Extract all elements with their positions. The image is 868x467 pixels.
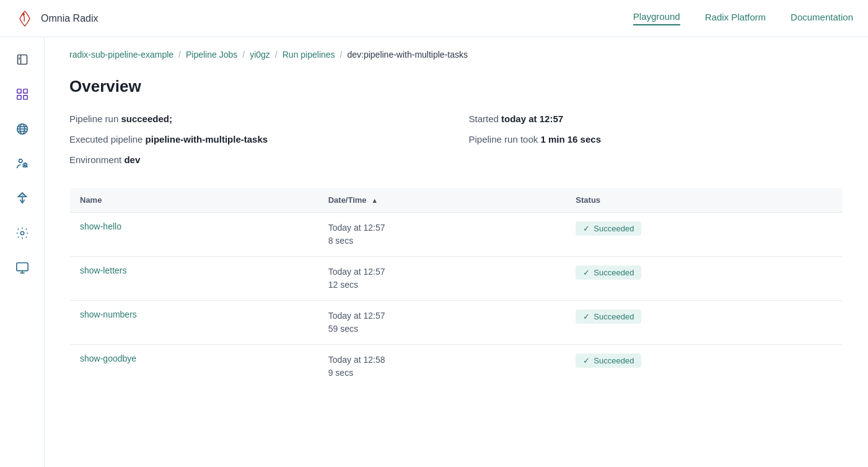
col-name: Name — [70, 188, 318, 213]
breadcrumb-sep-3: / — [275, 50, 278, 60]
pipeline-status-row: Pipeline run succeeded; — [69, 111, 444, 127]
table-row: show-numbers Today at 12:5759 secs ✓ Suc… — [70, 301, 843, 345]
environment-row: Environment dev — [69, 152, 444, 167]
table-row: show-hello Today at 12:578 secs ✓ Succee… — [70, 213, 843, 257]
status-badge-3: ✓ Succeeded — [576, 354, 641, 368]
status-badge-0: ✓ Succeeded — [576, 221, 641, 236]
status-badge-1: ✓ Succeeded — [576, 265, 641, 280]
pipeline-status-value: succeeded; — [121, 113, 172, 124]
main-content: radix-sub-pipeline-example / Pipeline Jo… — [45, 37, 868, 467]
breadcrumb-sep-2: / — [242, 50, 245, 60]
col-status: Status — [566, 188, 843, 213]
status-badge-2: ✓ Succeeded — [576, 309, 641, 324]
executed-value: pipeline-with-multiple-tasks — [146, 134, 268, 145]
job-link-2[interactable]: show-numbers — [80, 309, 137, 319]
status-text-2: Succeeded — [594, 312, 634, 321]
main-nav: Playground Radix Platform Documentation — [633, 11, 853, 25]
cell-status-3: ✓ Succeeded — [566, 345, 843, 389]
duration-value: 1 min 16 secs — [540, 134, 601, 145]
table-row: show-letters Today at 12:5712 secs ✓ Suc… — [70, 257, 843, 301]
started-prefix: Started — [469, 113, 499, 124]
env-prefix: Environment — [69, 154, 121, 165]
cell-status-0: ✓ Succeeded — [566, 213, 843, 257]
svg-rect-4 — [23, 89, 27, 93]
check-icon-2: ✓ — [583, 312, 590, 321]
breadcrumb-pipeline-jobs[interactable]: Pipeline Jobs — [186, 50, 237, 60]
started-row: Started today at 12:57 — [469, 111, 844, 127]
pipeline-status-prefix: Pipeline run — [69, 113, 118, 124]
status-text-1: Succeeded — [594, 268, 634, 277]
globe-icon[interactable] — [10, 117, 35, 141]
pipeline-table: Name Date/Time ▲ Status show-hello Today… — [69, 187, 843, 389]
job-link-1[interactable]: show-letters — [80, 265, 126, 275]
logo-icon — [15, 9, 35, 29]
breadcrumb-run-id[interactable]: yi0gz — [250, 50, 270, 60]
job-link-0[interactable]: show-hello — [80, 221, 121, 231]
settings-icon[interactable] — [10, 221, 35, 246]
cell-datetime-3: Today at 12:589 secs — [318, 345, 566, 389]
check-icon-1: ✓ — [583, 268, 590, 277]
cell-status-1: ✓ Succeeded — [566, 257, 843, 301]
logo: Omnia Radix — [15, 9, 98, 29]
table-header: Name Date/Time ▲ Status — [70, 188, 843, 213]
svg-rect-6 — [23, 96, 27, 99]
nav-documentation[interactable]: Documentation — [791, 12, 853, 25]
sidebar-toggle[interactable] — [10, 47, 35, 72]
check-icon-3: ✓ — [583, 356, 590, 365]
job-link-3[interactable]: show-goodbye — [80, 354, 136, 363]
layout: radix-sub-pipeline-example / Pipeline Jo… — [0, 37, 868, 467]
executed-row: Executed pipeline pipeline-with-multiple… — [69, 131, 444, 147]
cell-datetime-1: Today at 12:5712 secs — [318, 257, 566, 301]
logo-text: Omnia Radix — [41, 13, 98, 24]
nav-playground[interactable]: Playground — [633, 11, 680, 25]
check-icon-0: ✓ — [583, 224, 590, 233]
svg-rect-3 — [17, 89, 20, 93]
page-title: Overview — [69, 77, 843, 96]
cell-name-0: show-hello — [70, 213, 318, 257]
started-value: today at 12:57 — [501, 113, 563, 124]
breadcrumb: radix-sub-pipeline-example / Pipeline Jo… — [69, 50, 843, 60]
duration-prefix: Pipeline run took — [469, 134, 538, 145]
svg-point-15 — [20, 231, 24, 235]
sort-arrow: ▲ — [371, 197, 378, 204]
deploy-icon[interactable] — [10, 186, 35, 211]
col-datetime[interactable]: Date/Time ▲ — [318, 188, 566, 213]
cell-status-2: ✓ Succeeded — [566, 301, 843, 345]
people-settings-icon[interactable] — [10, 151, 35, 176]
cell-name-2: show-numbers — [70, 301, 318, 345]
svg-rect-16 — [16, 263, 27, 271]
breadcrumb-sep-1: / — [178, 50, 181, 60]
header: Omnia Radix Playground Radix Platform Do… — [0, 0, 868, 37]
sidebar — [0, 37, 45, 467]
breadcrumb-app[interactable]: radix-sub-pipeline-example — [69, 50, 173, 60]
executed-prefix: Executed pipeline — [69, 134, 142, 145]
svg-point-12 — [19, 159, 22, 163]
status-text-3: Succeeded — [594, 356, 634, 365]
overview-grid: Pipeline run succeeded; Started today at… — [69, 111, 843, 167]
status-text-0: Succeeded — [594, 224, 634, 233]
monitor-icon[interactable] — [10, 256, 35, 280]
svg-point-0 — [22, 13, 25, 16]
duration-row: Pipeline run took 1 min 16 secs — [469, 131, 844, 147]
breadcrumb-run-pipelines[interactable]: Run pipelines — [283, 50, 335, 60]
nav-radix-platform[interactable]: Radix Platform — [705, 12, 766, 25]
svg-rect-5 — [17, 96, 20, 99]
env-value: dev — [124, 154, 140, 165]
table-row: show-goodbye Today at 12:589 secs ✓ Succ… — [70, 345, 843, 389]
table-body: show-hello Today at 12:578 secs ✓ Succee… — [70, 213, 843, 389]
cell-datetime-2: Today at 12:5759 secs — [318, 301, 566, 345]
cell-name-1: show-letters — [70, 257, 318, 301]
breadcrumb-current: dev:pipeline-with-multiple-tasks — [347, 50, 468, 60]
apps-icon[interactable] — [10, 82, 35, 107]
cell-name-3: show-goodbye — [70, 345, 318, 389]
cell-datetime-0: Today at 12:578 secs — [318, 213, 566, 257]
breadcrumb-sep-4: / — [340, 50, 343, 60]
